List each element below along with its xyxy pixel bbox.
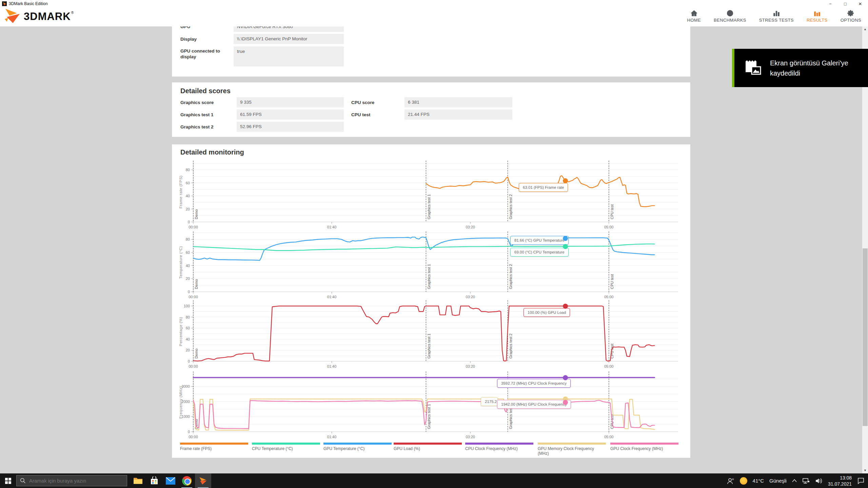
chart-tooltip: 2175.2	[481, 397, 498, 406]
graphics-score-value: 9 335	[237, 97, 344, 107]
toast-accent-bar	[732, 49, 734, 87]
main-nav: HOME BENCHMARKS STRESS TESTS RESULTS OPT…	[686, 8, 862, 23]
taskbar-mail[interactable]	[162, 473, 179, 488]
legend-color-strip	[180, 443, 248, 445]
taskbar-3dmark[interactable]	[195, 473, 211, 488]
search-icon	[20, 478, 26, 484]
weather-sun-icon[interactable]	[740, 477, 747, 485]
people-icon[interactable]: R	[727, 477, 734, 484]
minimize-button[interactable]: −	[827, 1, 833, 6]
legend-color-strip	[252, 443, 320, 445]
clock-time: 13:08	[828, 475, 852, 481]
legend-gpu-clock: GPU Clock Frequency (MHz)	[610, 443, 678, 451]
chart-tooltip: 1942.00 (MHz) GPU Clock Frequency	[497, 400, 571, 409]
chart-marker-dot	[563, 304, 568, 309]
detailed-scores-card: Detailed scores Graphics score 9 335 Gra…	[172, 82, 691, 137]
titlebar: 3DMark Basic Edition − □ ✕	[0, 0, 868, 7]
taskbar-microsoft-store[interactable]	[146, 473, 162, 488]
close-button[interactable]: ✕	[857, 1, 863, 6]
nav-benchmarks[interactable]: BENCHMARKS	[713, 8, 747, 23]
3dmark-taskbar-icon	[199, 476, 208, 485]
3dmark-logo: 3DMARK®	[5, 9, 73, 24]
volume-icon[interactable]	[815, 478, 823, 484]
graphics-test2-value: 52.96 FPS	[237, 122, 344, 132]
mail-icon	[166, 477, 175, 485]
taskbar-search[interactable]	[16, 475, 127, 486]
search-input[interactable]	[29, 478, 121, 484]
toast-message: Ekran görüntüsü Galeri'ye kaydedildi	[770, 58, 848, 78]
legend-color-strip	[465, 443, 533, 445]
maximize-button[interactable]: □	[842, 1, 848, 6]
taskbar-chrome[interactable]	[179, 473, 195, 488]
legend-frame-rate: Frame rate (FPS)	[180, 443, 248, 451]
chart-tooltip: 81.66 (°C) GPU Temperature	[510, 236, 569, 245]
graphics-score-label: Graphics score	[180, 100, 214, 105]
nav-home[interactable]: HOME	[686, 8, 702, 23]
screenshot-saved-toast[interactable]: Ekran görüntüsü Galeri'ye kaydedildi	[732, 49, 868, 87]
clock-date: 31.07.2021	[828, 481, 852, 487]
chart-marker-dot	[563, 236, 568, 241]
chart-marker-dot	[563, 400, 568, 405]
taskbar: R 41°C Güneşli 13:08 31.07.2021	[0, 473, 868, 488]
app-icon	[2, 1, 7, 6]
legend-gpu-load: GPU Load (%)	[394, 443, 462, 451]
nav-results[interactable]: RESULTS	[806, 8, 828, 23]
legend-color-strip	[323, 443, 392, 445]
gpu-value: NVIDIA GeForce RTX 3060	[234, 26, 344, 32]
svg-text:R: R	[732, 478, 734, 481]
weather-desc[interactable]: Güneşli	[769, 478, 787, 484]
chart-marker-dot	[563, 375, 568, 380]
weather-temp[interactable]: 41°C	[753, 478, 764, 484]
chart-tooltip: 3592.72 (MHz) CPU Clock Frequency	[497, 379, 571, 388]
detailed-scores-title: Detailed scores	[180, 87, 231, 95]
vertical-scrollbar[interactable]: ▲ ▼	[862, 26, 868, 473]
system-tray: R 41°C Güneşli 13:08 31.07.2021	[727, 473, 868, 488]
system-info-card: GPU NVIDIA GeForce RTX 3060 Display \\.\…	[172, 26, 691, 77]
nav-stress-tests[interactable]: STRESS TESTS	[758, 8, 794, 23]
gpu-connected-value: true	[234, 46, 344, 66]
gpu-label: GPU	[180, 26, 231, 29]
scroll-up-arrow-icon[interactable]: ▲	[862, 26, 868, 32]
microsoft-store-icon	[150, 476, 159, 485]
tray-chevron-up-icon[interactable]	[792, 479, 797, 482]
cpu-test-label: CPU test	[351, 112, 370, 117]
network-icon[interactable]	[802, 478, 810, 484]
detailed-monitoring-card: Detailed monitoring	[172, 144, 691, 458]
gear-icon	[847, 9, 854, 17]
taskbar-file-explorer[interactable]	[130, 473, 146, 488]
scrollbar-thumb[interactable]	[863, 248, 868, 426]
start-button[interactable]	[0, 473, 16, 488]
display-label: Display	[180, 36, 231, 42]
bar-chart-icon	[773, 9, 780, 17]
legend-cpu-temp: CPU Temperature (°C)	[252, 443, 320, 451]
action-center-icon[interactable]	[857, 477, 865, 484]
chart-tooltip: 69.00 (°C) CPU Temperature	[510, 248, 569, 257]
window-title: 3DMark Basic Edition	[9, 1, 48, 6]
graphics-test1-label: Graphics test 1	[180, 112, 214, 117]
chart-tooltip: 100.00 (%) GPU Load	[524, 308, 570, 317]
legend-gpu-mem-clock: GPU Memory Clock Frequency (MHz)	[538, 443, 606, 456]
cpu-score-value: 6 381	[405, 97, 512, 107]
taskbar-clock[interactable]: 13:08 31.07.2021	[828, 475, 852, 487]
screen: 3DMark Basic Edition − □ ✕ 3DMARK® HOME …	[0, 0, 868, 488]
legend-gpu-temp: GPU Temperature (°C)	[323, 443, 392, 451]
chart-marker-dot	[563, 244, 568, 249]
results-chart-icon	[813, 9, 821, 17]
file-explorer-icon	[133, 477, 143, 485]
scroll-down-arrow-icon[interactable]: ▼	[862, 468, 868, 473]
graphics-test1-value: 61.59 FPS	[237, 109, 344, 120]
nav-options[interactable]: OPTIONS	[840, 8, 862, 23]
gallery-screenshot-icon	[745, 60, 763, 76]
home-icon	[690, 9, 698, 17]
detailed-monitoring-title: Detailed monitoring	[180, 148, 244, 156]
graphics-test2-label: Graphics test 2	[180, 124, 214, 129]
cpu-score-label: CPU score	[351, 100, 374, 105]
cpu-test-value: 21.44 FPS	[405, 109, 512, 120]
legend-cpu-clock: CPU Clock Frequency (MHz)	[465, 443, 533, 451]
display-value: \\.\DISPLAY1 Generic PnP Monitor	[234, 34, 344, 44]
logo-wordmark: 3DMARK	[24, 11, 71, 23]
gpu-connected-label: GPU connected to display	[180, 48, 231, 60]
app-header: 3DMARK® HOME BENCHMARKS STRESS TESTS RES…	[0, 7, 868, 26]
chart-tooltip: 63.01 (FPS) Frame rate	[519, 183, 568, 192]
legend-color-strip	[610, 443, 678, 445]
